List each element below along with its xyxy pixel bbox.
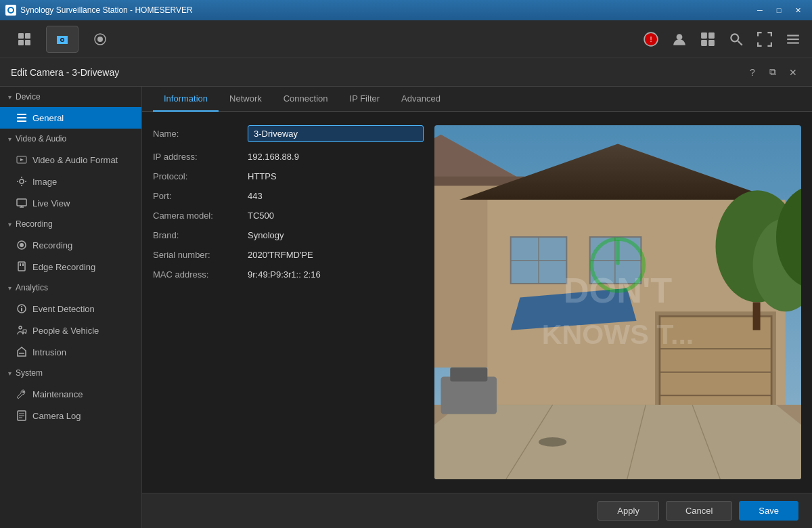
chevron-icon-3: ▾ xyxy=(8,221,12,228)
sidebar-section-system[interactable]: ▾ System xyxy=(0,363,141,383)
sidebar-section-device[interactable]: ▾ Device xyxy=(0,87,141,107)
maximize-button[interactable]: □ xyxy=(770,3,788,17)
titlebar: Synology Surveillance Station - HOMESERV… xyxy=(0,0,812,20)
protocol-label: Protocol: xyxy=(153,171,248,181)
name-label: Name: xyxy=(153,129,248,139)
sidebar-item-event-detection-label: Event Detection xyxy=(32,304,95,314)
help-button[interactable]: ? xyxy=(744,64,761,81)
close-window-button[interactable]: ✕ xyxy=(789,3,807,17)
mac-value: 9r:49:P9:3r1:: 2:16 xyxy=(248,269,424,280)
tab-connection[interactable]: Connection xyxy=(273,87,339,112)
grid-icon xyxy=(18,32,31,46)
svg-point-49 xyxy=(25,332,26,334)
search-icon xyxy=(729,32,744,47)
app-icon xyxy=(5,5,16,16)
svg-point-48 xyxy=(23,332,24,334)
svg-rect-27 xyxy=(17,120,19,122)
alert-icon: ! xyxy=(644,32,658,47)
svg-rect-4 xyxy=(18,40,24,45)
svg-rect-42 xyxy=(22,263,24,266)
alert-button[interactable]: ! xyxy=(640,28,662,50)
sidebar-item-intrusion-label: Intrusion xyxy=(32,347,66,357)
tabs: Information Network Connection IP Filter… xyxy=(142,87,812,112)
sidebar-section-device-label: Device xyxy=(16,92,41,102)
record-camera-icon xyxy=(16,240,27,250)
sidebar-item-image[interactable]: Image xyxy=(0,171,141,192)
toolbar: ! xyxy=(0,20,812,58)
tab-information[interactable]: Information xyxy=(153,87,219,112)
toolbar-right: ! xyxy=(640,28,804,50)
svg-rect-21 xyxy=(787,42,799,43)
layout-button[interactable] xyxy=(8,26,41,53)
user-icon xyxy=(672,32,687,47)
form-row-port: Port: 443 xyxy=(153,191,424,201)
sidebar-section-analytics-label: Analytics xyxy=(16,283,48,292)
toolbar-left xyxy=(8,26,116,53)
svg-text:!: ! xyxy=(650,35,652,43)
recording-button[interactable] xyxy=(84,26,116,53)
restore-button[interactable]: ⧉ xyxy=(765,64,781,81)
svg-point-39 xyxy=(20,243,24,247)
sd-icon xyxy=(16,261,27,272)
serial-label: Serial number: xyxy=(153,250,248,260)
tab-ip-filter[interactable]: IP Filter xyxy=(339,87,391,112)
sidebar-item-event-detection[interactable]: Event Detection xyxy=(0,298,141,320)
sidebar-item-edge-recording[interactable]: Edge Recording xyxy=(0,256,141,278)
camera-button[interactable] xyxy=(46,26,78,53)
tab-network[interactable]: Network xyxy=(219,87,273,112)
sidebar-item-camera-log[interactable]: Camera Log xyxy=(0,405,141,426)
svg-rect-40 xyxy=(18,262,25,271)
svg-point-53 xyxy=(22,391,24,393)
sidebar-item-recording[interactable]: Recording xyxy=(0,234,141,256)
sidebar-section-analytics[interactable]: ▾ Analytics xyxy=(0,278,141,298)
sidebar-item-live-view[interactable]: Live View xyxy=(0,192,141,214)
sidebar-item-recording-label: Recording xyxy=(32,240,72,250)
svg-point-46 xyxy=(19,326,22,329)
form-row-brand: Brand: Synology xyxy=(153,230,424,240)
titlebar-controls: ─ □ ✕ xyxy=(751,3,807,17)
list-icon xyxy=(16,112,27,123)
sidebar-item-general-label: General xyxy=(32,113,64,123)
user-button[interactable] xyxy=(669,28,690,50)
form-row-name: Name: xyxy=(153,125,424,142)
sidebar-item-video-audio-format[interactable]: Video & Audio Format xyxy=(0,149,141,171)
fullscreen-button[interactable] xyxy=(754,28,775,50)
search-button[interactable] xyxy=(725,28,747,50)
layout-view-button[interactable] xyxy=(697,28,719,50)
close-dialog-button[interactable]: ✕ xyxy=(785,64,801,81)
sidebar-section-video-audio[interactable]: ▾ Video & Audio xyxy=(0,129,141,149)
sidebar-item-camera-log-label: Camera Log xyxy=(32,411,81,421)
event-icon xyxy=(16,303,27,314)
cancel-button[interactable]: Cancel xyxy=(666,501,732,521)
monitor-icon xyxy=(16,198,27,208)
svg-rect-13 xyxy=(701,32,707,39)
apply-button[interactable]: Apply xyxy=(597,501,659,521)
chevron-icon-5: ▾ xyxy=(8,370,12,377)
menu-button[interactable] xyxy=(782,28,804,50)
sidebar-item-maintenance[interactable]: Maintenance xyxy=(0,383,141,405)
svg-point-9 xyxy=(97,37,103,42)
intrusion-icon xyxy=(16,347,27,357)
form-row-protocol: Protocol: HTTPS xyxy=(153,171,424,181)
svg-marker-29 xyxy=(20,158,24,161)
svg-rect-35 xyxy=(17,199,26,206)
save-button[interactable]: Save xyxy=(739,501,798,521)
name-input[interactable] xyxy=(248,125,424,142)
sidebar-item-general[interactable]: General xyxy=(0,107,141,129)
minimize-button[interactable]: ─ xyxy=(751,3,769,17)
model-label: Camera model: xyxy=(153,211,248,221)
form-row-ip: IP address: 192.168.88.9 xyxy=(153,152,424,162)
tab-advanced[interactable]: Advanced xyxy=(390,87,451,112)
svg-point-44 xyxy=(21,306,22,307)
svg-rect-19 xyxy=(787,35,799,36)
dialog-title: Edit Camera - 3-Driveway xyxy=(11,67,119,78)
log-icon xyxy=(16,410,27,421)
serial-value: 2020'TRFMD'PE xyxy=(248,250,424,260)
form-row-mac: MAC address: 9r:49:P9:3r1:: 2:16 xyxy=(153,269,424,280)
film-icon xyxy=(16,154,27,165)
svg-point-7 xyxy=(62,39,64,41)
sidebar-section-recording[interactable]: ▾ Recording xyxy=(0,214,141,234)
svg-line-18 xyxy=(738,41,742,45)
sidebar-item-intrusion[interactable]: Intrusion xyxy=(0,341,141,363)
sidebar-item-people-vehicle[interactable]: People & Vehicle xyxy=(0,320,141,341)
